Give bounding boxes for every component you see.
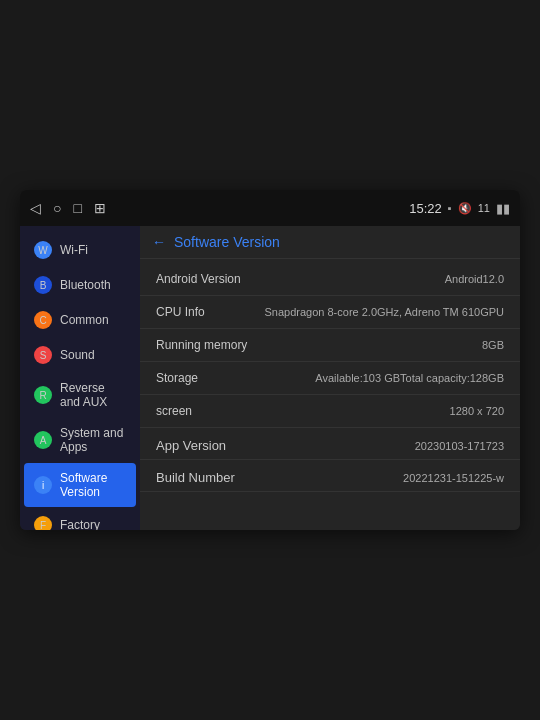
panel-header: ← Software Version — [140, 226, 520, 259]
app-version-label: App Version — [156, 438, 226, 453]
sidebar-item-common[interactable]: CCommon — [24, 303, 136, 337]
sound-icon: S — [34, 346, 52, 364]
info-label-1: CPU Info — [156, 305, 256, 319]
info-value-0: Android12.0 — [445, 273, 504, 285]
sidebar-item-reverse[interactable]: RReverse and AUX — [24, 373, 136, 417]
info-value-1: Snapdragon 8-core 2.0GHz, Adreno TM 610G… — [265, 306, 505, 318]
status-indicators: 15:22 ▪ 🔇 11 ▮▮ — [409, 201, 510, 216]
status-bar: ◁ ○ □ ⊞ 15:22 ▪ 🔇 11 ▮▮ — [20, 190, 520, 226]
sidebar-item-sound[interactable]: SSound — [24, 338, 136, 372]
info-value-2: 8GB — [482, 339, 504, 351]
sidebar-item-factory[interactable]: FFactory — [24, 508, 136, 530]
reverse-label: Reverse and AUX — [60, 381, 126, 409]
info-value-3: Available:103 GBTotal capacity:128GB — [315, 372, 504, 384]
panel-title: Software Version — [174, 234, 280, 250]
info-row-4: screen1280 x 720 — [140, 395, 520, 428]
app-version-value: 20230103-171723 — [415, 440, 504, 452]
system-label: System and Apps — [60, 426, 126, 454]
nav-recent-icon[interactable]: □ — [73, 200, 81, 216]
wifi-indicator: ▪ — [448, 202, 452, 214]
bluetooth-label: Bluetooth — [60, 278, 111, 292]
info-row-3: StorageAvailable:103 GBTotal capacity:12… — [140, 362, 520, 395]
wifi-icon: W — [34, 241, 52, 259]
factory-icon: F — [34, 516, 52, 530]
volume-level: 11 — [478, 202, 490, 214]
sidebar-item-system[interactable]: ASystem and Apps — [24, 418, 136, 462]
info-table: Android VersionAndroid12.0CPU InfoSnapdr… — [140, 259, 520, 530]
sidebar-item-bluetooth[interactable]: BBluetooth — [24, 268, 136, 302]
build-number-label: Build Number — [156, 470, 235, 485]
back-button[interactable]: ← — [152, 234, 166, 250]
sound-label: Sound — [60, 348, 95, 362]
volume-icon: 🔇 — [458, 202, 472, 215]
info-label-2: Running memory — [156, 338, 256, 352]
main-content: WWi-FiBBluetoothCCommonSSoundRReverse an… — [20, 226, 520, 530]
nav-back-icon[interactable]: ◁ — [30, 200, 41, 216]
sidebar: WWi-FiBBluetoothCCommonSSoundRReverse an… — [20, 226, 140, 530]
battery-icon: ▮▮ — [496, 201, 510, 216]
sidebar-item-wifi[interactable]: WWi-Fi — [24, 233, 136, 267]
reverse-icon: R — [34, 386, 52, 404]
info-value-4: 1280 x 720 — [450, 405, 504, 417]
software-icon: i — [34, 476, 52, 494]
bluetooth-icon: B — [34, 276, 52, 294]
app-version-row: App Version 20230103-171723 — [140, 428, 520, 460]
info-row-1: CPU InfoSnapdragon 8-core 2.0GHz, Adreno… — [140, 296, 520, 329]
nav-controls: ◁ ○ □ ⊞ — [30, 200, 106, 216]
factory-label: Factory — [60, 518, 100, 530]
info-label-4: screen — [156, 404, 256, 418]
info-row-2: Running memory8GB — [140, 329, 520, 362]
right-panel: ← Software Version Android VersionAndroi… — [140, 226, 520, 530]
info-label-3: Storage — [156, 371, 256, 385]
software-label: Software Version — [60, 471, 126, 499]
build-number-row: Build Number 20221231-151225-w — [140, 460, 520, 492]
info-label-0: Android Version — [156, 272, 256, 286]
device-frame: ◁ ○ □ ⊞ 15:22 ▪ 🔇 11 ▮▮ WWi-FiBBluetooth… — [20, 190, 520, 530]
system-icon: A — [34, 431, 52, 449]
info-row-0: Android VersionAndroid12.0 — [140, 263, 520, 296]
status-time: 15:22 — [409, 201, 442, 216]
common-icon: C — [34, 311, 52, 329]
sidebar-item-software[interactable]: iSoftware Version — [24, 463, 136, 507]
build-number-value: 20221231-151225-w — [403, 472, 504, 484]
multi-window-icon[interactable]: ⊞ — [94, 200, 106, 216]
nav-home-icon[interactable]: ○ — [53, 200, 61, 216]
wifi-label: Wi-Fi — [60, 243, 88, 257]
common-label: Common — [60, 313, 109, 327]
